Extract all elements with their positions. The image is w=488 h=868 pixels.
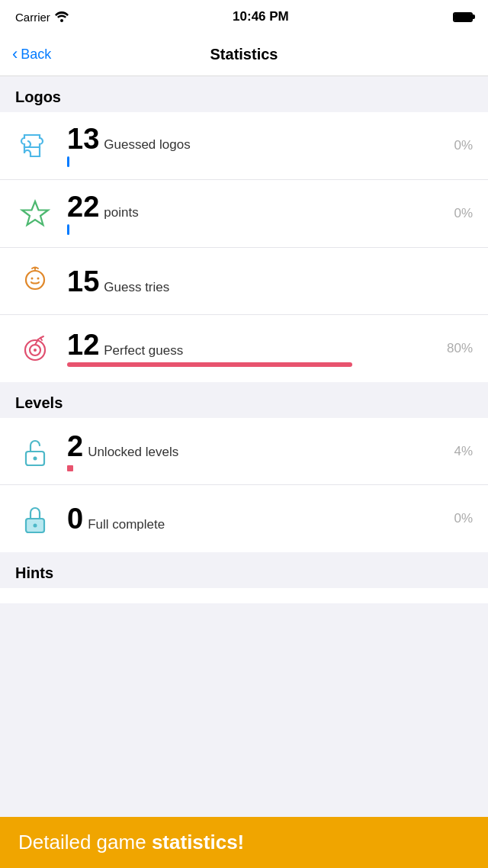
bar-guessed-logos: [67, 156, 69, 167]
banner-text-regular: Detailed game: [18, 831, 152, 854]
stat-number-unlocked-levels: 2: [67, 432, 83, 461]
chevron-left-icon: ‹: [12, 46, 18, 63]
svg-point-0: [60, 19, 63, 22]
stat-number-full-complete: 0: [67, 504, 83, 533]
stat-label-unlocked-levels: Unlocked levels: [88, 445, 178, 460]
svg-point-16: [34, 524, 37, 528]
bar-perfect-guess-wrap: [67, 362, 424, 367]
stat-number-guessed-logos: 13: [67, 124, 99, 153]
percent-points: 0%: [436, 206, 473, 221]
stat-number-perfect-guess: 12: [67, 330, 99, 359]
section-header-hints: Hints: [0, 552, 488, 588]
stat-content-points: 22 points: [67, 192, 424, 235]
bar-unlocked-levels: [67, 465, 73, 471]
content-area: Logos 13 Guessed logos 0%: [0, 76, 488, 664]
stat-content-perfect-guess: 12 Perfect guess: [67, 330, 424, 367]
percent-full-complete: 0%: [436, 511, 473, 526]
target-icon: [15, 329, 55, 368]
stat-label-guess-tries: Guess tries: [104, 280, 169, 295]
wifi-icon: [55, 11, 69, 22]
promo-banner: Detailed game statistics!: [0, 817, 488, 868]
battery-block: [453, 12, 473, 22]
svg-point-3: [31, 277, 34, 279]
lock-open-icon: [15, 432, 55, 471]
carrier-label: Carrier: [15, 11, 50, 24]
bar-perfect-guess: [67, 362, 352, 367]
page-title: Statistics: [210, 46, 278, 63]
percent-perfect-guess: 80%: [436, 341, 473, 356]
stat-label-full-complete: Full complete: [88, 517, 165, 532]
nav-bar: ‹ Back Statistics: [0, 34, 488, 76]
section-header-logos: Logos: [0, 76, 488, 112]
battery-fill: [454, 14, 471, 21]
svg-point-14: [34, 456, 37, 460]
battery-indicator: [453, 12, 473, 22]
svg-point-8: [34, 349, 37, 352]
stat-row-guessed-logos: 13 Guessed logos 0%: [0, 112, 488, 180]
stat-row-guess-tries: 15 Guess tries: [0, 248, 488, 315]
lock-filled-icon: [15, 499, 55, 538]
banner-text-bold: statistics!: [152, 831, 244, 854]
banner-text: Detailed game statistics!: [18, 831, 470, 854]
status-time: 10:46 PM: [233, 9, 289, 24]
svg-line-12: [40, 336, 43, 338]
stat-label-points: points: [104, 205, 138, 220]
stat-content-guessed-logos: 13 Guessed logos: [67, 124, 424, 167]
svg-marker-1: [22, 201, 48, 225]
stat-row-full-complete: 0 Full complete 0%: [0, 485, 488, 552]
logos-stat-list: 13 Guessed logos 0% 22 points 0%: [0, 112, 488, 382]
hints-stat-list: [0, 588, 488, 603]
stat-content-unlocked-levels: 2 Unlocked levels: [67, 432, 424, 471]
stat-content-full-complete: 0 Full complete: [67, 504, 424, 533]
svg-point-4: [37, 277, 40, 279]
stat-number-points: 22: [67, 192, 99, 221]
section-header-levels: Levels: [0, 382, 488, 418]
svg-point-2: [26, 271, 44, 289]
status-bar: Carrier 10:46 PM: [0, 0, 488, 34]
back-label: Back: [21, 47, 51, 63]
face-icon: [15, 262, 55, 301]
carrier-wifi: Carrier: [15, 11, 69, 24]
stat-row-points: 22 points 0%: [0, 180, 488, 248]
stat-row-perfect-guess: 12 Perfect guess 80%: [0, 315, 488, 382]
back-button[interactable]: ‹ Back: [12, 47, 51, 63]
stat-label-guessed-logos: Guessed logos: [104, 137, 190, 153]
stat-row-unlocked-levels: 2 Unlocked levels 4%: [0, 418, 488, 485]
stat-label-perfect-guess: Perfect guess: [104, 343, 183, 358]
stat-content-guess-tries: 15 Guess tries: [67, 267, 473, 296]
puzzle-icon: [15, 126, 55, 166]
stat-number-guess-tries: 15: [67, 267, 99, 296]
levels-stat-list: 2 Unlocked levels 4% 0 Full complete: [0, 418, 488, 552]
percent-unlocked-levels: 4%: [436, 444, 473, 459]
percent-guessed-logos: 0%: [436, 138, 473, 153]
bar-points: [67, 224, 69, 235]
star-icon: [15, 194, 55, 233]
